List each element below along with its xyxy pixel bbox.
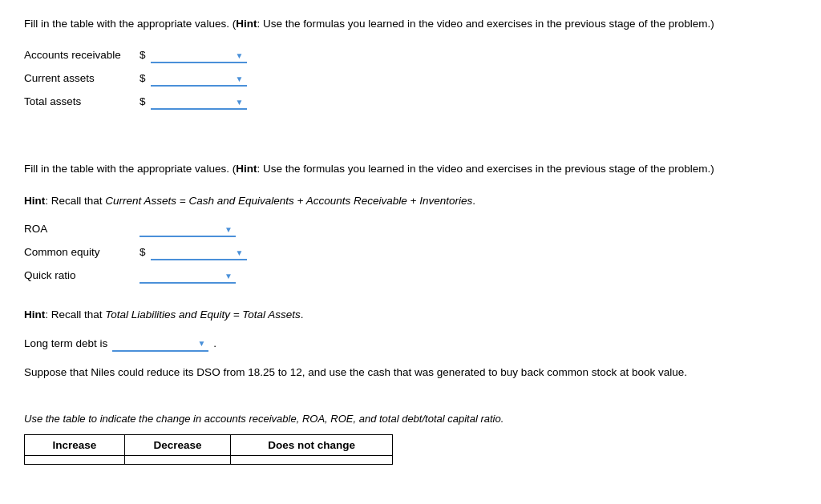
long-term-debt-period: .	[213, 337, 216, 349]
table-header-row: Increase Decrease Does not change	[25, 434, 393, 455]
current-assets-select[interactable]	[151, 70, 247, 87]
quick-ratio-label: Quick ratio	[24, 269, 136, 281]
common-equity-select[interactable]	[151, 244, 247, 260]
dollar-sign-1: $	[140, 49, 146, 61]
common-equity-label: Common equity	[24, 246, 136, 258]
roa-label: ROA	[24, 223, 136, 235]
accounts-receivable-dropdown-wrapper	[151, 46, 247, 63]
suppose-text: Suppose that Niles could reduce its DSO …	[24, 365, 797, 381]
accounts-receivable-field: Accounts receivable $	[24, 46, 797, 63]
instruction-2: Fill in the table with the appropriate v…	[24, 161, 797, 177]
hint-formula-1: Hint: Recall that Current Assets = Cash …	[24, 192, 797, 210]
total-assets-label: Total assets	[24, 95, 136, 107]
long-term-debt-line: Long term debt is .	[24, 335, 797, 352]
cell-does-not-change	[231, 455, 393, 464]
table-row	[25, 455, 393, 464]
hint-formula-2: Hint: Recall that Total Liabilities and …	[24, 306, 797, 324]
roa-select[interactable]	[140, 220, 236, 237]
current-assets-label: Current assets	[24, 72, 136, 84]
header-does-not-change: Does not change	[231, 434, 393, 455]
common-equity-field: Common equity $	[24, 244, 797, 260]
dollar-sign-3: $	[140, 95, 146, 107]
total-assets-field: Total assets $	[24, 93, 797, 110]
header-decrease: Decrease	[124, 434, 230, 455]
current-assets-dropdown-wrapper	[151, 70, 247, 87]
dollar-sign-2: $	[140, 72, 146, 84]
common-equity-dropdown-wrapper	[151, 244, 247, 260]
roa-field: ROA	[24, 220, 797, 237]
use-table-text: Use the table to indicate the change in …	[24, 413, 797, 425]
change-table: Increase Decrease Does not change	[24, 434, 393, 465]
cell-increase	[25, 455, 125, 464]
header-increase: Increase	[25, 434, 125, 455]
instruction-1: Fill in the table with the appropriate v…	[24, 16, 797, 32]
quick-ratio-select[interactable]	[140, 267, 236, 284]
quick-ratio-field: Quick ratio	[24, 267, 797, 284]
long-term-debt-select[interactable]	[112, 335, 208, 352]
accounts-receivable-label: Accounts receivable	[24, 49, 136, 61]
section-1: Fill in the table with the appropriate v…	[24, 16, 797, 110]
long-term-debt-dropdown-wrapper	[112, 335, 208, 352]
long-term-debt-label: Long term debt is	[24, 337, 107, 349]
quick-ratio-dropdown-wrapper	[140, 267, 236, 284]
total-assets-dropdown-wrapper	[151, 93, 247, 110]
current-assets-field: Current assets $	[24, 70, 797, 87]
roa-dropdown-wrapper	[140, 220, 236, 237]
dollar-sign-4: $	[140, 246, 146, 258]
section-2: Fill in the table with the appropriate v…	[24, 161, 797, 465]
accounts-receivable-select[interactable]	[151, 46, 247, 63]
cell-decrease	[124, 455, 230, 464]
total-assets-select[interactable]	[151, 93, 247, 110]
